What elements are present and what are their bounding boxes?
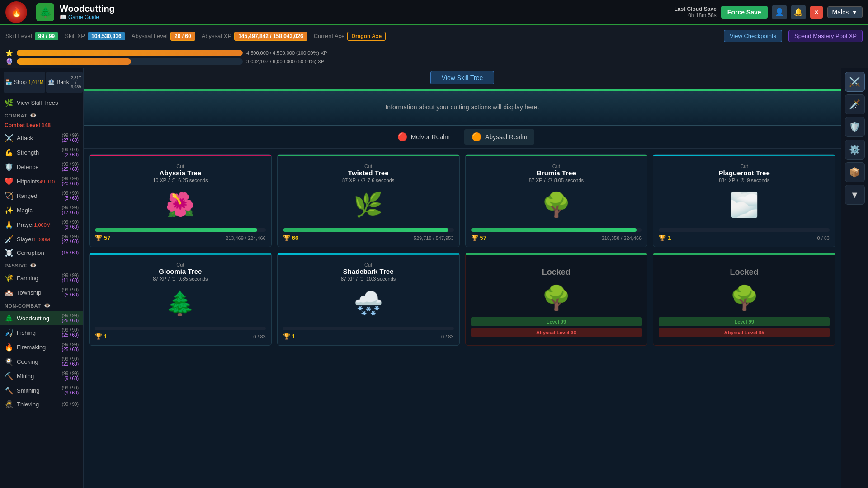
cooking-abyssal: (21 / 60) xyxy=(62,361,79,366)
ranged-level-info: (99 / 99) (5 / 60) xyxy=(62,191,79,201)
shop-button[interactable]: 🏪 Shop 1,014M xyxy=(4,72,45,93)
thieving-level-info: (99 / 99) xyxy=(62,402,79,407)
firemaking-levels: (99 / 99) xyxy=(62,342,79,347)
right-panel-btn-5[interactable]: 📦 xyxy=(845,162,865,182)
combat-visibility-icon[interactable]: 👁️ xyxy=(30,112,37,119)
tree-card[interactable]: Locked 🌳 Level 99 Abyssal Level 35 xyxy=(653,253,835,346)
force-save-button[interactable]: Force Save xyxy=(721,6,768,19)
right-panel-btn-3[interactable]: 🛡️ xyxy=(845,117,865,137)
tree-card[interactable]: Locked 🌳 Level 99 Abyssal Level 30 xyxy=(465,253,648,346)
corruption-icon: ☠️ xyxy=(5,249,14,257)
mastery-count: 57 xyxy=(480,235,486,241)
tree-card[interactable]: Cut Abyssia Tree 10 XP / ⏱ 6.25 seconds … xyxy=(89,154,272,247)
header-icon-btn-1[interactable]: 👤 xyxy=(772,5,787,19)
strength-abyssal: (2 / 60) xyxy=(62,152,79,157)
sidebar-item-cooking[interactable]: 🍳 Cooking (99 / 99) (21 / 60) xyxy=(0,354,83,369)
tree-card-footer: 🏆 1 0 / 83 xyxy=(283,333,454,340)
tree-stats: 87 XP / ⏱ 10.3 seconds xyxy=(341,276,396,282)
tree-card[interactable]: Cut Twisted Tree 87 XP / ⏱ 7.6 seconds 🌿… xyxy=(277,154,460,247)
stat-skill-xp: Skill XP 104,530,336 xyxy=(65,32,125,40)
tree-image: 🌲 xyxy=(162,285,198,321)
stat-abyssal-level-label: Abyssal Level xyxy=(132,33,168,39)
slayer-value: 1,000M xyxy=(33,237,50,242)
skill-name: Woodcutting xyxy=(60,4,115,14)
sidebar-item-magic[interactable]: ✨ Magic (99 / 99) (17 / 60) xyxy=(0,203,83,217)
clock-icon: ⏱ xyxy=(171,276,176,282)
sidebar-item-thieving[interactable]: 🥷 Thieving (99 / 99) xyxy=(0,398,83,411)
view-skill-btn-row: View Skill Tree xyxy=(84,68,841,89)
view-skill-tree-button[interactable]: View Skill Tree xyxy=(430,71,495,84)
passive-visibility-icon[interactable]: 👁️ xyxy=(30,262,37,269)
stat-abyssal-xp-label: Abyssal XP xyxy=(202,33,231,39)
sidebar-item-corruption[interactable]: ☠️ Corruption (15 / 60) xyxy=(0,246,83,259)
sidebar-item-attack[interactable]: ⚔️ Attack (99 / 99) (27 / 60) xyxy=(0,131,83,145)
sidebar-item-defence[interactable]: 🛡️ Defence (99 / 99) (25 / 60) xyxy=(0,160,83,174)
slayer-levels: (99 / 99) xyxy=(62,234,79,239)
tree-card[interactable]: Cut Plagueroot Tree 884 XP / ⏱ 9 seconds… xyxy=(653,154,835,247)
sidebar-item-fishing[interactable]: 🎣 Fishing (99 / 99) (25 / 60) xyxy=(0,325,83,340)
firemaking-abyssal: (25 / 60) xyxy=(62,347,79,352)
tree-card[interactable]: Cut Shadebark Tree 87 XP / ⏱ 10.3 second… xyxy=(277,253,460,346)
bank-label: Bank xyxy=(57,79,69,85)
cooking-levels: (99 / 99) xyxy=(62,357,79,361)
tree-action: Cut xyxy=(176,164,184,169)
hitpoints-abyssal: (20 / 60) xyxy=(62,181,79,186)
attack-levels: (99 / 99) xyxy=(62,133,79,138)
tree-name: Gloomia Tree xyxy=(159,267,202,275)
sidebar-item-farming[interactable]: 🌾 Farming (99 / 99) (11 / 60) xyxy=(0,271,83,285)
trophy-icon: 🏆 xyxy=(95,235,102,241)
fishing-label: Fishing xyxy=(17,329,59,336)
user-dropdown[interactable]: Malcs ▼ xyxy=(827,6,863,18)
sidebar-top: 🏪 Shop 1,014M 🏦 Bank 2,317 / 6,989 xyxy=(0,68,83,96)
sidebar-item-slayer[interactable]: 🗡️ Slayer1,000M (99 / 99) (27 / 60) xyxy=(0,232,83,246)
right-panel-btn-1[interactable]: ⚔️ xyxy=(845,72,865,92)
tree-card-top-bar xyxy=(278,155,459,156)
prayer-label: Prayer1,000M xyxy=(17,221,59,228)
close-button[interactable]: ✕ xyxy=(810,6,823,19)
sidebar-item-firemaking[interactable]: 🔥 Firemaking (99 / 99) (25 / 60) xyxy=(0,340,83,354)
right-panel-btn-2[interactable]: 🗡️ xyxy=(845,94,865,114)
right-panel-btn-6[interactable]: ▼ xyxy=(845,185,865,205)
tree-image: 🌺 xyxy=(162,187,198,223)
tree-card[interactable]: Cut Brumia Tree 87 XP / ⏱ 8.05 seconds 🌳… xyxy=(465,154,648,247)
sidebar-item-prayer[interactable]: 🙏 Prayer1,000M (99 / 99) (9 / 60) xyxy=(0,217,83,232)
tree-card-footer: 🏆 66 529,718 / 547,953 xyxy=(283,235,454,241)
header-icon-btn-2[interactable]: 🔔 xyxy=(791,5,806,19)
sidebar-item-smithing[interactable]: 🔨 Smithing (99 / 99) (9 / 60) xyxy=(0,383,83,398)
game-guide-link[interactable]: 📖 Game Guide xyxy=(60,14,115,20)
bank-icon: 🏦 xyxy=(48,79,55,85)
hitpoints-level-info: (99 / 99) (20 / 60) xyxy=(62,176,79,186)
locked-tree-icon: 🌳 xyxy=(730,284,759,312)
tree-stats: 87 XP / ⏱ 8.05 seconds xyxy=(529,178,584,183)
sidebar-item-woodcutting[interactable]: 🌲 Woodcutting (99 / 99) (26 / 60) xyxy=(0,311,83,325)
abyssal-realm-button[interactable]: 🟠 Abyssal Realm xyxy=(464,129,534,145)
passive-label: PASSIVE xyxy=(5,263,27,268)
tree-progress-bar xyxy=(283,228,454,232)
view-checkpoints-button[interactable]: View Checkpoints xyxy=(724,30,782,42)
sidebar-item-ranged[interactable]: 🏹 Ranged (99 / 99) (5 / 60) xyxy=(0,188,83,203)
bank-button[interactable]: 🏦 Bank 2,317 / 6,989 xyxy=(46,72,83,93)
melvor-realm-button[interactable]: 🔴 Melvor Realm xyxy=(390,129,457,145)
guide-label: Game Guide xyxy=(68,14,99,20)
view-skill-trees-item[interactable]: 🌿 View Skill Trees xyxy=(0,96,83,109)
xp1-bar-inner xyxy=(17,50,243,56)
realm-selector: 🔴 Melvor Realm 🟠 Abyssal Realm xyxy=(84,126,841,149)
info-banner-text: Information about your cutting actions w… xyxy=(385,103,539,111)
sidebar: 🏪 Shop 1,014M 🏦 Bank 2,317 / 6,989 🌿 Vie… xyxy=(0,68,84,488)
sidebar-item-strength[interactable]: 💪 Strength (99 / 99) (2 / 60) xyxy=(0,145,83,160)
noncombat-visibility-icon[interactable]: 👁️ xyxy=(44,302,51,310)
sidebar-item-township[interactable]: 🏘️ Township (99 / 99) (5 / 60) xyxy=(0,285,83,300)
spend-mastery-button[interactable]: Spend Mastery Pool XP xyxy=(788,30,863,42)
cooking-icon: 🍳 xyxy=(5,357,14,366)
sidebar-item-hitpoints[interactable]: ❤️ Hitpoints49,910 (99 / 99) (20 / 60) xyxy=(0,174,83,188)
hitpoints-value: 49,910 xyxy=(40,179,55,184)
tree-card[interactable]: Cut Gloomia Tree 87 XP / ⏱ 9.85 seconds … xyxy=(89,253,272,346)
ranged-levels: (99 / 99) xyxy=(62,191,79,196)
mastery-xp-text: 0 / 83 xyxy=(253,334,266,339)
clock-icon: ⏱ xyxy=(171,178,176,183)
mastery-count: 1 xyxy=(668,235,671,241)
sidebar-item-mining[interactable]: ⛏️ Mining (99 / 99) (9 / 60) xyxy=(0,369,83,383)
right-panel-btn-4[interactable]: ⚙️ xyxy=(845,140,865,160)
stat-skill-level-label: Skill Level xyxy=(5,33,32,39)
township-icon: 🏘️ xyxy=(5,288,14,297)
